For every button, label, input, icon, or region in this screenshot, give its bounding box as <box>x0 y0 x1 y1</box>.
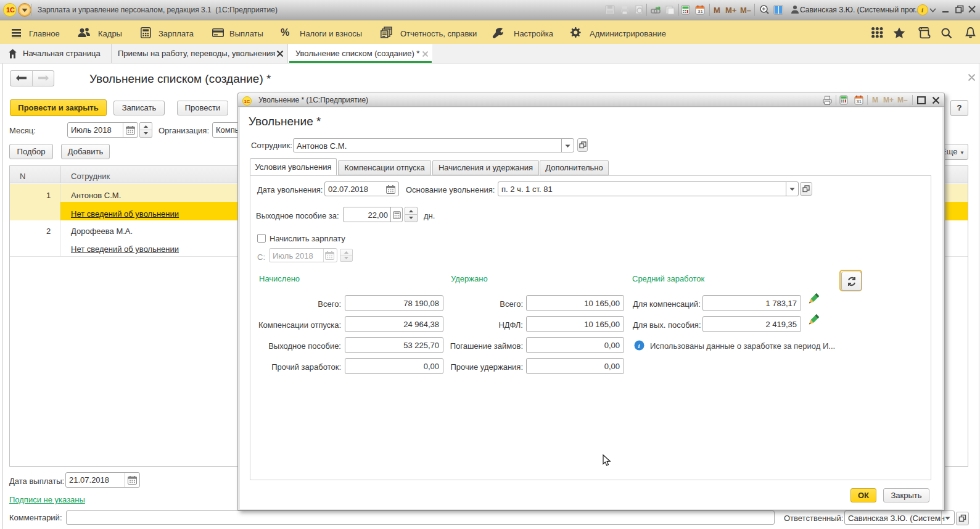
svg-text:31: 31 <box>698 9 703 14</box>
svg-text:1С: 1С <box>244 99 250 104</box>
svg-text:31: 31 <box>857 99 862 104</box>
svg-text:1С: 1С <box>6 6 15 14</box>
